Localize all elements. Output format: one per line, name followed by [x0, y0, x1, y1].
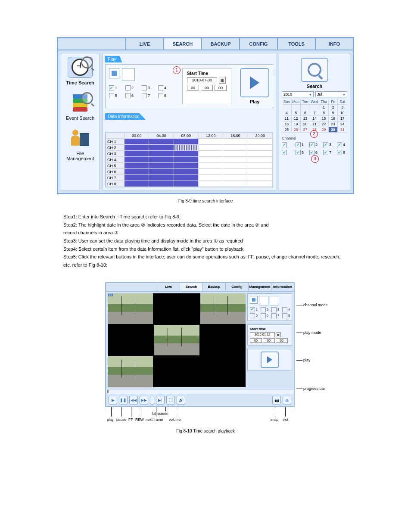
tb-speed-dot[interactable]: ·	[150, 396, 154, 404]
tb-play-button[interactable]: ▶	[109, 396, 117, 404]
f2-ss-input[interactable]: 00	[276, 338, 288, 343]
tb-volume-button[interactable]: 🔊	[177, 396, 185, 404]
right-ch7-cb[interactable]	[323, 150, 328, 155]
tab-info[interactable]: INFO	[315, 38, 353, 50]
video-tile-8[interactable]	[154, 356, 199, 387]
start-hh-input[interactable]: 00	[187, 85, 199, 91]
start-ss-input[interactable]: 00	[215, 85, 227, 91]
tab-backup[interactable]: BACKUP	[201, 38, 239, 50]
calendar-button[interactable]: ▦	[219, 77, 226, 84]
f2-play-button[interactable]	[261, 352, 279, 368]
right-ch4-cb[interactable]	[337, 142, 342, 147]
sidebar-file-mgmt[interactable]: File Management	[63, 128, 97, 161]
all-ch-cb[interactable]	[282, 142, 287, 147]
video-tile-1[interactable]: 01	[108, 293, 153, 324]
f2-mm-input[interactable]: 00	[263, 338, 275, 343]
progress-bar[interactable]	[106, 389, 294, 394]
tab-search[interactable]: SEARCH	[163, 38, 201, 50]
tb-exit-button[interactable]: ⏏	[283, 396, 291, 404]
calendar[interactable]: SunMonTueWedThuFriSat1234567891011121314…	[282, 99, 347, 133]
playback-toolbar: ▶ ❚❚ ◀◀ ▶▶ · ▶| ⛶ 🔊 📷 ⏏	[106, 394, 294, 406]
tb-fullscreen-button[interactable]: ⛶	[166, 396, 175, 404]
f2-calendar-button[interactable]: ▦	[276, 332, 281, 337]
year-select[interactable]: 2010▼	[282, 91, 314, 97]
play-ch8-cb[interactable]	[158, 93, 163, 98]
f2-date-input[interactable]: 2010-01-22	[250, 332, 275, 337]
tb-pause-button[interactable]: ❚❚	[119, 396, 128, 404]
video-tile-9[interactable]	[200, 356, 246, 387]
right-channel-grid: 1 2 3 4 5 6 7 8	[282, 142, 347, 155]
play-button[interactable]	[240, 68, 269, 97]
play-ch2-cb[interactable]	[125, 85, 131, 90]
f2-tab-mgmt[interactable]: Management	[248, 283, 271, 291]
datainfo-title: Data Information	[105, 113, 146, 120]
f2-mode-nine[interactable]	[270, 296, 279, 305]
right-ch3-cb[interactable]	[323, 142, 328, 147]
data-info-timeline: 00:0004:0008:0012:0016:0020:00CH 1CH 2CH…	[105, 132, 273, 187]
month-select[interactable]: Jul▼	[315, 91, 347, 97]
tb-nextframe-button[interactable]: ▶|	[156, 396, 165, 404]
f2-mode-single[interactable]	[250, 296, 258, 304]
annot-play: play	[296, 358, 311, 362]
callout-1: 1	[173, 66, 181, 74]
f2-mode-quad[interactable]	[259, 296, 268, 305]
sidebar-label: Time Search	[63, 80, 97, 85]
f2-tab-info[interactable]: Information	[271, 283, 294, 291]
start-date-input[interactable]: 2010-07-30	[187, 77, 217, 83]
video-tile-2[interactable]	[154, 293, 199, 324]
search-button-label: Search	[282, 84, 347, 89]
f2-tab-config[interactable]: Config	[225, 283, 248, 291]
f2-ch3-cb[interactable]	[271, 307, 277, 312]
f2-tab-backup[interactable]: Backup	[202, 283, 225, 291]
fig2-playback-window: Live Search Backup Config Management Inf…	[105, 282, 295, 407]
f2-tab-search[interactable]: Search	[180, 283, 202, 291]
search-icon	[308, 63, 321, 77]
f2-ch5-cb[interactable]	[250, 313, 255, 318]
f2-ch7-cb[interactable]	[271, 313, 277, 318]
right-ch8-cb[interactable]	[337, 150, 342, 155]
sidebar-event-search[interactable]: Event Search	[63, 93, 97, 121]
f2-hh-input[interactable]: 00	[250, 338, 262, 343]
callout-3: 3	[311, 155, 319, 163]
tb-ff-button[interactable]: ▶▶	[140, 396, 148, 404]
f2-ch6-cb[interactable]	[261, 313, 266, 318]
right-ch5-cb[interactable]	[296, 150, 301, 155]
f2-start-time-label: Start time	[250, 327, 290, 331]
tab-tools[interactable]: TOOLS	[277, 38, 315, 50]
f2-tab-live[interactable]: Live	[157, 283, 180, 291]
f2-ch1-cb[interactable]	[250, 307, 255, 312]
tb-snap-button[interactable]: 📷	[272, 396, 281, 404]
play-ch4-cb[interactable]	[158, 85, 163, 90]
video-tile-7[interactable]	[108, 356, 153, 387]
tab-live[interactable]: LIVE	[125, 38, 163, 50]
mode-quad-btn[interactable]	[122, 68, 135, 81]
play-ch1-cb[interactable]	[109, 85, 114, 90]
clock-search-icon	[68, 57, 93, 78]
start-mm-input[interactable]: 00	[201, 85, 213, 91]
video-tile-5[interactable]	[154, 325, 199, 355]
start-time-label: Start Time	[187, 71, 227, 76]
file-management-icon	[68, 128, 92, 148]
sidebar-time-search[interactable]: Time Search	[63, 57, 97, 85]
play-ch6-cb[interactable]	[125, 93, 131, 98]
play-ch5-cb[interactable]	[109, 93, 114, 98]
search-button[interactable]	[301, 58, 328, 82]
f2-ch4-cb[interactable]	[282, 307, 287, 312]
tb-rew-button[interactable]: ◀◀	[129, 396, 138, 404]
video-tile-6[interactable]	[200, 325, 246, 355]
f2-channel-mode-box: 1 2 3 4 5 6 7 8	[247, 293, 292, 321]
right-ch2-cb[interactable]	[309, 142, 314, 147]
mode-single-btn[interactable]	[109, 68, 119, 78]
right-ch6-cb[interactable]	[309, 150, 314, 155]
play-ch3-cb[interactable]	[142, 85, 147, 90]
video-tile-3[interactable]	[200, 293, 246, 324]
all-ch-cb-2[interactable]	[282, 150, 287, 155]
video-tile-4[interactable]	[108, 325, 153, 355]
f2-ch8-cb[interactable]	[282, 313, 287, 318]
annot-progress-bar: progress bar	[296, 386, 325, 391]
play-panel-title: Play	[105, 56, 122, 62]
tab-config[interactable]: CONFIG	[239, 38, 277, 50]
f2-ch2-cb[interactable]	[261, 307, 266, 312]
play-ch7-cb[interactable]	[142, 93, 147, 98]
right-ch1-cb[interactable]	[296, 142, 301, 147]
